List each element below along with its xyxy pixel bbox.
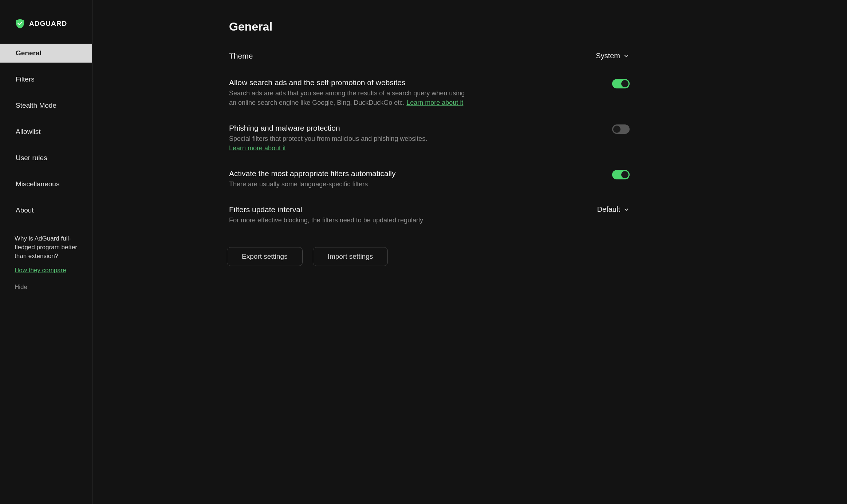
update-interval-desc: For more effective blocking, the filters…: [229, 215, 466, 225]
page-title: General: [229, 20, 630, 33]
sidebar-item-label: About: [16, 206, 34, 214]
toggle-knob: [621, 171, 629, 178]
setting-update-interval: Filters update interval For more effecti…: [229, 205, 630, 225]
sidebar-item-filters[interactable]: Filters: [0, 70, 92, 89]
chevron-down-icon: [623, 53, 630, 59]
search-ads-learn-more-link[interactable]: Learn more about it: [406, 99, 463, 106]
sidebar: ADGUARD General Filters Stealth Mode All…: [0, 0, 92, 504]
theme-select-value: System: [596, 52, 620, 60]
sidebar-item-label: Allowlist: [16, 128, 41, 135]
sidebar-item-miscellaneous[interactable]: Miscellaneous: [0, 175, 92, 194]
settings-button-row: Export settings Import settings: [227, 247, 630, 266]
auto-filters-desc: There are usually some language-specific…: [229, 179, 466, 189]
setting-theme-label: Theme: [229, 52, 466, 60]
phishing-toggle[interactable]: [612, 124, 630, 134]
sidebar-item-label: Miscellaneous: [16, 180, 59, 188]
toggle-knob: [621, 80, 629, 87]
update-interval-value: Default: [597, 205, 620, 214]
setting-phishing: Phishing and malware protection Special …: [229, 124, 630, 153]
setting-auto-filters: Activate the most appropriate filters au…: [229, 169, 630, 189]
app-logo: ADGUARD: [0, 11, 92, 44]
sidebar-item-label: General: [16, 49, 42, 57]
auto-filters-title: Activate the most appropriate filters au…: [229, 169, 466, 178]
sidebar-item-label: Stealth Mode: [16, 102, 56, 109]
sidebar-compare-link[interactable]: How they compare: [0, 260, 92, 277]
export-settings-button[interactable]: Export settings: [227, 247, 303, 266]
sidebar-item-user-rules[interactable]: User rules: [0, 148, 92, 167]
phishing-desc-text: Special filters that protect you from ma…: [229, 135, 427, 142]
import-settings-button[interactable]: Import settings: [313, 247, 388, 266]
shield-check-icon: [15, 18, 25, 29]
toggle-knob: [613, 126, 621, 133]
auto-filters-toggle[interactable]: [612, 170, 630, 179]
sidebar-item-stealth-mode[interactable]: Stealth Mode: [0, 96, 92, 115]
sidebar-item-general[interactable]: General: [0, 44, 92, 63]
app-name: ADGUARD: [29, 20, 67, 28]
sidebar-hide-button[interactable]: Hide: [0, 277, 92, 297]
search-ads-desc: Search ads are ads that you see among th…: [229, 88, 466, 107]
sidebar-item-label: Filters: [16, 75, 35, 83]
sidebar-nav: General Filters Stealth Mode Allowlist U…: [0, 44, 92, 220]
sidebar-item-allowlist[interactable]: Allowlist: [0, 122, 92, 141]
sidebar-item-about[interactable]: About: [0, 201, 92, 220]
main-content: General Theme System Allow search ads an…: [92, 0, 847, 504]
update-interval-select[interactable]: Default: [597, 205, 630, 214]
theme-select[interactable]: System: [596, 52, 630, 60]
setting-theme: Theme System: [229, 52, 630, 62]
phishing-title: Phishing and malware protection: [229, 124, 466, 132]
sidebar-promo-text: Why is AdGuard full-fledged program bett…: [0, 231, 92, 260]
update-interval-title: Filters update interval: [229, 205, 466, 214]
phishing-learn-more-link[interactable]: Learn more about it: [229, 144, 286, 152]
setting-search-ads: Allow search ads and the self-promotion …: [229, 78, 630, 107]
search-ads-toggle[interactable]: [612, 79, 630, 88]
phishing-desc: Special filters that protect you from ma…: [229, 134, 466, 153]
sidebar-item-label: User rules: [16, 154, 47, 162]
chevron-down-icon: [623, 206, 630, 213]
search-ads-title: Allow search ads and the self-promotion …: [229, 78, 466, 87]
